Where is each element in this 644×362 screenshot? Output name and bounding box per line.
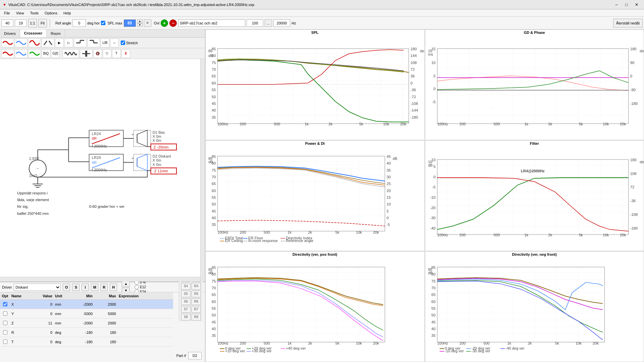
partnum-input[interactable]	[188, 352, 202, 359]
param-y-checkbox[interactable]	[3, 311, 7, 316]
param-row-y[interactable]: Y 0 mm -5000 5000	[0, 309, 173, 318]
menu-help[interactable]: Help	[61, 10, 74, 16]
freq-dots-button[interactable]: ...	[265, 19, 272, 27]
wave5-button[interactable]	[1, 49, 14, 58]
param-r-checkbox[interactable]	[3, 330, 7, 335]
titlebar: ▼ VituixCAD: C:\Users\surf\Documents\Vit…	[0, 0, 644, 9]
btn-i[interactable]: I	[82, 284, 89, 291]
svg-text:180: 180	[630, 47, 636, 51]
svg-text:-40: -40	[430, 226, 435, 230]
menu-file[interactable]: File	[1, 10, 13, 16]
deg-hor-checkbox[interactable]	[101, 21, 105, 25]
svg-text:45: 45	[212, 102, 216, 106]
ref-angle-input[interactable]	[72, 19, 86, 27]
svg-text:90: 90	[630, 61, 634, 65]
param-row-z[interactable]: Z 11 mm -2000 2000	[0, 318, 173, 328]
btn-s[interactable]: S	[72, 284, 79, 291]
x-button[interactable]: X	[121, 49, 130, 58]
param-row-t[interactable]: T 0 deg -180 180	[0, 337, 173, 347]
close-button[interactable]: ✕	[632, 1, 641, 8]
gf-button[interactable]: G(f)	[51, 49, 60, 58]
coil-button[interactable]	[62, 49, 79, 58]
ovl-minus-button[interactable]: −	[169, 19, 177, 27]
tab-drivers[interactable]: Drivers	[0, 29, 20, 37]
snap-e12[interactable]: E12	[135, 285, 146, 289]
svg-text:85: 85	[212, 155, 216, 159]
btn-r[interactable]: R	[100, 284, 108, 291]
arrow-button[interactable]: ↔	[110, 39, 119, 47]
svg-text:100Hz: 100Hz	[437, 122, 448, 126]
param-x-checkbox[interactable]	[3, 302, 7, 306]
biq-button[interactable]: BiQ	[42, 49, 50, 58]
menu-tools[interactable]: Tools	[27, 10, 41, 16]
param-y-value: 0	[30, 312, 54, 316]
svg-text:50: 50	[212, 95, 216, 99]
driver-label: Driver	[2, 285, 12, 289]
btn-m[interactable]: M	[91, 284, 98, 291]
param-row-r[interactable]: R 0 deg -180 180	[0, 328, 173, 337]
project-input[interactable]	[178, 19, 245, 27]
lib-button[interactable]: LIB	[101, 39, 109, 47]
t-button[interactable]: T	[112, 49, 121, 58]
param-z-checkbox[interactable]	[3, 321, 7, 325]
svg-text:D1 Bas: D1 Bas	[153, 130, 165, 134]
freq-end-input[interactable]	[273, 19, 290, 27]
svg-text:IIR: IIR	[92, 161, 97, 165]
menu-options[interactable]: Options	[42, 10, 60, 16]
chart-dir-ver-pos: Directivity (ver, pos front) 85 dB 85 80…	[205, 251, 425, 362]
play-button[interactable]: ▶	[55, 39, 64, 47]
spl-x-button[interactable]: ✕	[144, 19, 151, 27]
params-header: Opt Name Value Unit Min Max Expression	[0, 292, 173, 300]
spl-up-button[interactable]: ▲	[137, 19, 143, 23]
cap-button[interactable]	[80, 49, 93, 58]
param-row-x[interactable]: X 0 mm -2000 2000	[0, 300, 173, 309]
schematic-scrollbar-h[interactable]	[0, 277, 200, 282]
btn-o[interactable]: O	[63, 284, 70, 291]
svg-text:1k: 1k	[524, 233, 528, 237]
lpf-button[interactable]	[87, 39, 100, 47]
wave4-button[interactable]	[42, 39, 54, 47]
wave1-button[interactable]	[1, 39, 14, 47]
zoom-num2[interactable]	[15, 19, 27, 27]
minimize-button[interactable]: –	[612, 1, 621, 8]
mute-button[interactable]: 🔇	[93, 49, 102, 58]
svg-text:-180: -180	[630, 226, 637, 230]
param-t-checkbox[interactable]	[3, 340, 7, 344]
variant-s4[interactable]: S4	[181, 283, 191, 290]
wave2-button[interactable]	[15, 39, 28, 47]
tab-room[interactable]: Room	[47, 29, 65, 37]
driver-select[interactable]: Diskant Bas	[14, 284, 61, 291]
up-button[interactable]: ▲	[122, 281, 130, 287]
tridown-button[interactable]: ▽	[103, 49, 111, 58]
param-t-min: -180	[70, 340, 94, 344]
wave6-button[interactable]	[15, 49, 28, 58]
svg-text:-90: -90	[630, 88, 635, 92]
menu-view[interactable]: View	[13, 10, 27, 16]
hz-label: Hz	[291, 21, 296, 25]
maximize-button[interactable]: □	[622, 1, 631, 8]
wave3-button[interactable]	[28, 39, 41, 47]
svg-text:-5: -5	[432, 185, 435, 189]
stretch-checkbox[interactable]	[121, 41, 125, 45]
svg-text:för sig,: för sig,	[17, 204, 29, 208]
reset-button[interactable]: Återställ nedåt	[613, 19, 643, 27]
ovl-plus-button[interactable]: +	[161, 19, 168, 27]
wave7-button[interactable]	[28, 49, 41, 58]
spl-down-button[interactable]: ▼	[137, 23, 143, 27]
schematic-scrollbar-v[interactable]	[200, 59, 205, 282]
zoom-num1[interactable]	[1, 19, 13, 27]
svg-text:45: 45	[431, 320, 435, 324]
play-outline-button[interactable]: ▷	[64, 39, 73, 47]
svg-text:45: 45	[387, 155, 391, 159]
hpf-button[interactable]	[74, 39, 87, 47]
svg-text:55: 55	[212, 195, 216, 199]
ratio-button[interactable]: 1:1	[28, 19, 37, 27]
variant-r4[interactable]: R4	[192, 283, 201, 290]
svg-text:10: 10	[431, 158, 435, 162]
fit-button[interactable]: Fit	[38, 19, 47, 27]
freq-start-input[interactable]	[247, 19, 263, 27]
btn-h[interactable]: H	[110, 284, 117, 291]
tab-crossover[interactable]: Crossover	[20, 29, 47, 37]
spl-max-input[interactable]	[124, 19, 136, 27]
deg-hor-label: deg hor	[87, 21, 100, 25]
